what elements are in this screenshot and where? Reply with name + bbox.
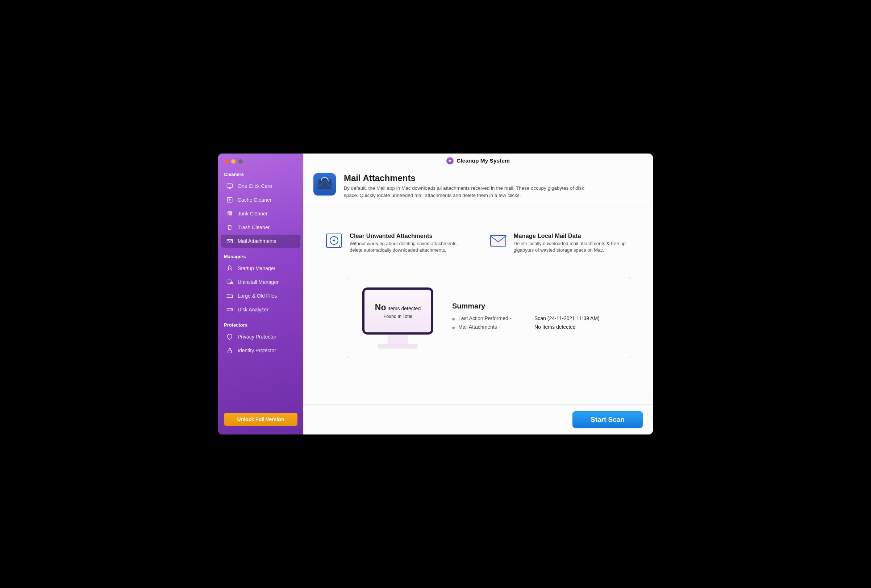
sidebar-item-large-old-files[interactable]: Large & Old Files: [221, 289, 300, 302]
feature-manage-local: Manage Local Mail Data Delete locally do…: [489, 233, 632, 254]
sidebar-item-label: Identity Protector: [238, 348, 276, 354]
features-row: Clear Unwanted Attachments Without worry…: [303, 207, 653, 268]
summary-row-label: Last Action Performed -: [458, 315, 531, 321]
sidebar-item-mail-attachments[interactable]: Mail Attachments: [221, 234, 300, 248]
svg-point-12: [333, 240, 335, 242]
sidebar-item-label: Cache Cleaner: [238, 197, 271, 203]
page-description: By default, the Mail app in Mac download…: [344, 185, 597, 199]
sidebar-item-one-click-care[interactable]: One Click Care: [221, 180, 300, 193]
app-logo-icon: [446, 157, 453, 164]
disk-icon: [226, 306, 233, 313]
sidebar-item-startup-manager[interactable]: Startup Manager: [221, 262, 300, 275]
monitor-icon: [226, 182, 233, 190]
summary-monitor-graphic: No Items detected Found In Total: [362, 288, 434, 348]
mail-icon: [226, 237, 233, 245]
summary-row-value: No Items detected: [534, 324, 576, 330]
app-window: Cleaners One Click Care Cache Cleaner Ju…: [218, 154, 653, 434]
sidebar-item-label: Privacy Protector: [238, 334, 277, 340]
folder-icon: [226, 292, 233, 300]
lock-icon: [226, 347, 233, 354]
sidebar: Cleaners One Click Care Cache Cleaner Ju…: [218, 154, 303, 434]
app-title: Cleanup My System: [456, 158, 509, 164]
sidebar-item-identity-protector[interactable]: Identity Protector: [221, 344, 300, 357]
summary-row-label: Mail Attachments -: [458, 324, 531, 330]
envelope-icon: [489, 233, 507, 249]
sidebar-item-label: Mail Attachments: [238, 238, 277, 244]
main-content: Cleanup My System Mail Attachments By de…: [303, 154, 653, 434]
minimize-window-button[interactable]: [231, 159, 235, 164]
sidebar-item-junk-cleaner[interactable]: Junk Cleaner: [221, 207, 300, 220]
svg-rect-9: [450, 161, 451, 162]
summary-info: Summary Last Action Performed - Scan (24…: [452, 302, 616, 333]
footer: Start Scan: [303, 404, 653, 434]
feature-title: Clear Unwanted Attachments: [350, 233, 467, 239]
sidebar-section-cleaners: Cleaners: [218, 170, 303, 179]
summary-card: No Items detected Found In Total Summary…: [347, 277, 631, 358]
svg-rect-0: [227, 184, 233, 187]
uninstall-icon: [226, 278, 233, 286]
page-header-text: Mail Attachments By default, the Mail ap…: [344, 173, 597, 199]
trash-icon: [226, 224, 233, 231]
summary-row-value: Scan (24-11-2021 11:39 AM): [534, 315, 600, 321]
feature-title: Manage Local Mail Data: [514, 233, 632, 239]
sidebar-item-privacy-protector[interactable]: Privacy Protector: [221, 330, 300, 343]
svg-rect-7: [228, 350, 232, 353]
sidebar-item-label: Disk Analyzer: [238, 307, 268, 312]
shield-icon: [226, 333, 233, 340]
sidebar-section-protectors: Protectors: [218, 321, 303, 330]
sidebar-item-trash-cleaner[interactable]: Trash Cleaner: [221, 221, 300, 234]
sidebar-item-label: Junk Cleaner: [238, 211, 268, 216]
sidebar-item-label: One Click Care: [238, 183, 272, 189]
mail-attachments-hero-icon: [313, 173, 336, 196]
feature-description: Delete locally downloaded mail attachmen…: [514, 240, 632, 254]
bullet-icon: [452, 318, 455, 321]
svg-point-13: [339, 245, 340, 247]
sidebar-item-label: Startup Manager: [238, 266, 275, 271]
sidebar-item-uninstall-manager[interactable]: Uninstall Manager: [221, 276, 300, 288]
summary-row-mail-attachments: Mail Attachments - No Items detected: [452, 324, 616, 330]
page-header: Mail Attachments By default, the Mail ap…: [303, 168, 653, 207]
broom-icon: [226, 210, 233, 217]
sidebar-item-label: Uninstall Manager: [238, 279, 278, 285]
summary-title: Summary: [452, 302, 616, 310]
hdd-icon: [325, 233, 343, 249]
zoom-window-button[interactable]: [238, 159, 243, 164]
rocket-icon: [226, 265, 233, 272]
page-title: Mail Attachments: [344, 173, 597, 183]
download-box-icon: [226, 196, 233, 203]
svg-point-6: [231, 309, 232, 310]
summary-row-last-action: Last Action Performed - Scan (24-11-2021…: [452, 315, 616, 321]
svg-rect-14: [491, 235, 506, 246]
monitor-subline: Found In Total: [384, 314, 412, 319]
sidebar-section-managers: Managers: [218, 252, 303, 261]
svg-rect-8: [449, 160, 452, 161]
feature-clear-unwanted: Clear Unwanted Attachments Without worry…: [325, 233, 467, 254]
unlock-full-version-button[interactable]: Unlock Full Version: [224, 413, 298, 426]
title-bar: Cleanup My System: [303, 154, 653, 168]
sidebar-item-label: Large & Old Files: [238, 293, 277, 299]
sidebar-item-cache-cleaner[interactable]: Cache Cleaner: [221, 193, 300, 206]
close-window-button[interactable]: [224, 159, 228, 164]
start-scan-button[interactable]: Start Scan: [572, 411, 643, 428]
monitor-screen: No Items detected Found In Total: [362, 288, 433, 334]
feature-description: Without worrying about deleting saved at…: [350, 240, 467, 254]
window-controls: [218, 158, 303, 170]
sidebar-item-label: Trash Cleaner: [238, 224, 269, 230]
bullet-icon: [452, 327, 455, 329]
svg-rect-2: [227, 239, 233, 243]
sidebar-item-disk-analyzer[interactable]: Disk Analyzer: [221, 303, 300, 316]
monitor-headline: No Items detected: [375, 303, 421, 312]
